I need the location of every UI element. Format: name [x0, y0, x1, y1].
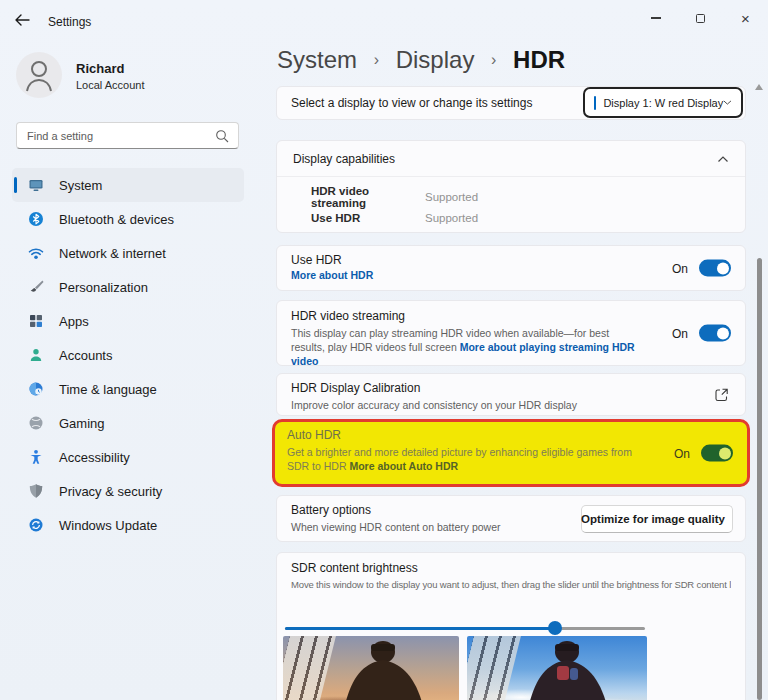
bluetooth-icon — [28, 211, 44, 227]
sidebar-item-label: Personalization — [59, 280, 148, 295]
settings-window: Settings × Richard Local Account Syst — [0, 0, 768, 700]
sidebar-item-label: System — [59, 178, 102, 193]
use-hdr-toggle[interactable] — [699, 260, 731, 277]
monitor-icon — [28, 177, 44, 193]
shield-icon — [28, 483, 44, 499]
avatar[interactable] — [16, 52, 62, 98]
sidebar-item-label: Accounts — [59, 348, 112, 363]
page-title: HDR — [513, 46, 565, 73]
display-capabilities-rows: HDR video streaming Supported Use HDR Su… — [277, 177, 745, 228]
sidebar-item-privacy-security[interactable]: Privacy & security — [12, 474, 244, 508]
hdr-video-streaming-description: This display can play streaming HDR vide… — [291, 326, 643, 368]
display-select-value: Display 1: W red Display — [603, 97, 723, 109]
sidebar-item-label: Time & language — [59, 382, 157, 397]
hdr-display-calibration-card[interactable]: HDR Display Calibration Improve color ac… — [276, 373, 746, 416]
sidebar-item-system[interactable]: System — [12, 168, 244, 202]
sdr-brightness-slider-thumb[interactable] — [548, 621, 562, 635]
auto-hdr-state: On — [674, 446, 690, 460]
sidebar-item-accounts[interactable]: Accounts — [12, 338, 244, 372]
sidebar-item-time-language[interactable]: Time & language — [12, 372, 244, 406]
sidebar-item-windows-update[interactable]: Windows Update — [12, 508, 244, 542]
search-input[interactable] — [17, 123, 238, 148]
sidebar-item-label: Accessibility — [59, 450, 130, 465]
maximize-icon — [696, 14, 705, 23]
breadcrumb: System › Display › HDR — [277, 46, 565, 74]
capability-value: Supported — [425, 212, 478, 224]
hdr-display-calibration-title: HDR Display Calibration — [291, 381, 731, 395]
sidebar-item-accessibility[interactable]: Accessibility — [12, 440, 244, 474]
user-name: Richard — [76, 61, 124, 76]
apps-grid-icon — [28, 313, 44, 329]
hdr-display-calibration-description: Improve color accuracy and consistency o… — [291, 398, 731, 412]
display-capabilities-title: Display capabilities — [293, 152, 395, 166]
more-about-hdr-link[interactable]: More about HDR — [291, 269, 731, 281]
hdr-video-streaming-title: HDR video streaming — [291, 309, 731, 323]
auto-hdr-title: Auto HDR — [287, 428, 735, 442]
globe-clock-icon — [28, 381, 44, 397]
breadcrumb-display[interactable]: Display — [396, 46, 475, 73]
update-arrows-icon — [28, 517, 44, 533]
maximize-button[interactable] — [678, 0, 723, 36]
back-button[interactable] — [13, 12, 33, 30]
capability-row: Use HDR Supported — [311, 207, 729, 228]
sdr-content-brightness-card: SDR content brightness Move this window … — [276, 552, 746, 700]
minimize-button[interactable] — [633, 0, 678, 36]
sidebar-item-label: Gaming — [59, 416, 105, 431]
capability-label: Use HDR — [311, 212, 425, 224]
sidebar-item-personalization[interactable]: Personalization — [12, 270, 244, 304]
sidebar-nav: System Bluetooth & devices Network & int… — [0, 168, 260, 542]
breadcrumb-separator: › — [374, 51, 379, 68]
sdr-brightness-slider[interactable] — [285, 621, 645, 635]
focus-accent-bar — [594, 96, 596, 110]
close-icon: × — [741, 11, 750, 26]
search-box[interactable] — [16, 122, 239, 149]
battery-options-dropdown[interactable]: Optimize for image quality — [581, 505, 733, 533]
titlebar: Settings × — [0, 0, 768, 40]
sdr-brightness-slider-fill — [285, 627, 555, 630]
sidebar-item-label: Bluetooth & devices — [59, 212, 174, 227]
breadcrumb-separator: › — [491, 51, 496, 68]
auto-hdr-card-highlighted: Auto HDR Get a brighter and more detaile… — [272, 419, 750, 487]
app-title: Settings — [48, 15, 91, 29]
battery-options-value: Optimize for image quality — [581, 513, 725, 525]
display-selector-label: Select a display to view or change its s… — [291, 96, 532, 110]
capability-value: Supported — [425, 191, 478, 203]
capability-row: HDR video streaming Supported — [311, 186, 729, 207]
sidebar-item-label: Windows Update — [59, 518, 157, 533]
sdr-brightness-title: SDR content brightness — [291, 561, 731, 575]
sidebar-item-label: Privacy & security — [59, 484, 162, 499]
xbox-icon — [28, 415, 44, 431]
sdr-brightness-description: Move this window to the display you want… — [291, 578, 731, 592]
sidebar-item-apps[interactable]: Apps — [12, 304, 244, 338]
sidebar-item-label: Network & internet — [59, 246, 166, 261]
auto-hdr-toggle[interactable] — [701, 445, 733, 462]
display-select-dropdown[interactable]: Display 1: W red Display — [583, 87, 743, 118]
hdr-video-streaming-card: HDR video streaming This display can pla… — [276, 300, 746, 366]
hdr-video-streaming-toggle[interactable] — [699, 325, 731, 342]
scrollbar-up-arrow[interactable] — [755, 84, 763, 90]
sidebar-item-bluetooth-devices[interactable]: Bluetooth & devices — [12, 202, 244, 236]
use-hdr-state: On — [672, 261, 688, 275]
search-icon — [215, 129, 229, 143]
external-link-icon[interactable] — [714, 387, 729, 402]
accessibility-person-icon — [28, 449, 44, 465]
close-button[interactable]: × — [723, 0, 768, 36]
chevron-down-icon — [723, 99, 732, 106]
breadcrumb-system[interactable]: System — [277, 46, 357, 73]
capability-label: HDR video streaming — [311, 185, 425, 209]
sdr-preview-image-right — [467, 636, 647, 700]
account-person-icon — [28, 347, 44, 363]
display-capabilities-card: Display capabilities HDR video streaming… — [276, 140, 746, 233]
battery-options-card: Battery options When viewing HDR content… — [276, 495, 746, 542]
display-capabilities-header[interactable]: Display capabilities — [277, 141, 745, 177]
wifi-icon — [28, 245, 44, 261]
person-silhouette — [283, 636, 459, 700]
back-arrow-icon — [13, 12, 31, 28]
sdr-preview-image-left — [283, 636, 459, 700]
more-about-auto-hdr-link[interactable]: More about Auto HDR — [349, 460, 458, 472]
sidebar-item-network-internet[interactable]: Network & internet — [12, 236, 244, 270]
sidebar-item-gaming[interactable]: Gaming — [12, 406, 244, 440]
vertical-scrollbar[interactable] — [757, 258, 762, 700]
use-hdr-title: Use HDR — [291, 253, 731, 267]
chevron-up-icon[interactable] — [717, 155, 729, 163]
